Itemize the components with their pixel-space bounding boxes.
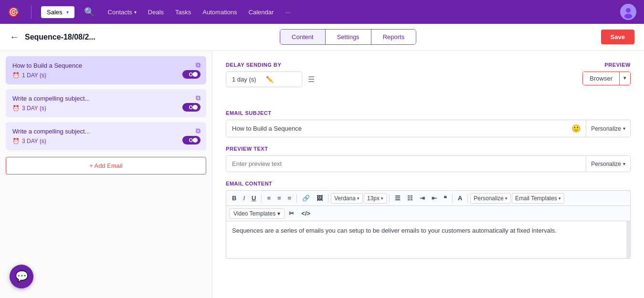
nav-divider [31, 5, 32, 19]
content-area: DELAY SENDING BY 1 day (s) ✏️ ☰ PREVIEW … [212, 51, 644, 298]
save-button[interactable]: Save [601, 30, 634, 44]
delay-label: DELAY SENDING BY [226, 62, 582, 68]
email-content-section: Email Content B I U ≡ ≡ ≡ 🔗 🖼 Verdana ▾ [226, 181, 631, 259]
card-2-day: ⏰ 3 DAY (s) [12, 105, 200, 112]
italic-button[interactable]: I [240, 193, 248, 204]
font-color-button[interactable]: A [455, 193, 465, 204]
chevron-down-icon: ▾ [623, 126, 625, 131]
email-templates-dropdown[interactable]: Email Templates ▾ [512, 193, 564, 204]
video-templates-button[interactable]: Video Templates ▾ [229, 208, 285, 219]
tab-settings[interactable]: Settings [326, 30, 371, 44]
card-2-title: Write a compelling subject... [12, 95, 200, 102]
nav-automations[interactable]: Automations [202, 9, 237, 16]
unordered-list-button[interactable]: ☰ [392, 193, 403, 204]
emoji-icon[interactable]: 🙂 [567, 120, 586, 137]
sales-dropdown-label: Sales [47, 9, 63, 16]
personalize-subject-button[interactable]: Personalize ▾ [586, 120, 630, 137]
card-1-toggle[interactable]: ON [182, 70, 201, 79]
back-button[interactable]: ← [10, 31, 19, 42]
preview-dropdown[interactable]: Browser ▾ [582, 72, 631, 85]
toolbar-divider [261, 194, 262, 203]
card-2-toggle[interactable]: ON [182, 103, 201, 112]
preview-browser-label[interactable]: Browser [583, 72, 619, 85]
card-3-toggle[interactable]: ON [182, 136, 201, 144]
ordered-list-button[interactable]: ☷ [404, 193, 416, 204]
add-email-button[interactable]: + Add Email [6, 157, 206, 175]
top-nav: 🎯 Sales ▾ 🔍 Contacts ▾ Deals Tasks Autom… [0, 0, 644, 24]
scrollbar[interactable] [626, 221, 630, 258]
font-dropdown[interactable]: Verdana ▾ [331, 193, 363, 204]
card-3-title: Write a compelling subject... [12, 128, 200, 135]
chevron-down-icon: ▾ [623, 161, 625, 166]
preview-text-label: Preview Text [226, 146, 631, 152]
sequence-card-3[interactable]: ⧉ Write a compelling subject... ⏰ 3 DAY … [6, 122, 206, 150]
cut-button[interactable]: ✂ [286, 208, 297, 219]
toolbar-divider-6 [467, 194, 468, 203]
svg-point-2 [624, 14, 632, 19]
email-subject-field-wrap: 🙂 Personalize ▾ [226, 120, 631, 137]
svg-point-1 [626, 8, 631, 13]
email-content-label: Email Content [226, 181, 631, 186]
preview-text-input[interactable] [226, 156, 586, 172]
nav-calendar[interactable]: Calendar [249, 9, 274, 16]
indent-button[interactable]: ⇥ [417, 193, 428, 204]
copy-icon[interactable]: ⧉ [196, 94, 201, 102]
blockquote-button[interactable]: ❝ [441, 193, 450, 204]
edit-icon[interactable]: ✏️ [266, 76, 296, 83]
editor-toolbar-2: Video Templates ▾ ✂ </> [226, 206, 631, 221]
preview-section: PREVIEW Browser ▾ [582, 62, 631, 85]
tab-group: Content Settings Reports [280, 29, 416, 45]
copy-icon[interactable]: ⧉ [196, 127, 201, 135]
align-right-button[interactable]: ≡ [285, 193, 295, 204]
email-subject-row: Email Subject 🙂 Personalize ▾ [226, 110, 631, 137]
tab-reports[interactable]: Reports [371, 30, 416, 44]
delay-value: 1 day (s) [232, 76, 262, 83]
chevron-down-icon: ▾ [134, 10, 137, 15]
search-icon[interactable]: 🔍 [84, 7, 95, 17]
personalize-preview-button[interactable]: Personalize ▾ [586, 156, 630, 172]
toolbar-divider-2 [296, 194, 297, 203]
outdent-button[interactable]: ⇤ [429, 193, 440, 204]
preview-chevron-icon[interactable]: ▾ [619, 72, 630, 85]
preview-label: PREVIEW [582, 62, 631, 68]
sequence-card-2[interactable]: ⧉ Write a compelling subject... ⏰ 3 DAY … [6, 89, 206, 117]
tab-content[interactable]: Content [280, 30, 326, 44]
subheader: ← Sequence-18/08/2... Content Settings R… [0, 24, 644, 51]
delay-input[interactable]: 1 day (s) ✏️ [226, 72, 302, 87]
nav-more[interactable]: ··· [285, 9, 290, 16]
chevron-down-icon: ▾ [559, 196, 561, 201]
copy-icon[interactable]: ⧉ [196, 61, 201, 69]
align-left-button[interactable]: ≡ [264, 193, 274, 204]
chevron-down-icon: ▾ [381, 196, 383, 201]
toolbar-divider-4 [389, 194, 390, 203]
nav-contacts[interactable]: Contacts ▾ [108, 9, 137, 16]
chevron-down-icon: ▾ [505, 196, 507, 201]
page-title: Sequence-18/08/2... [25, 33, 95, 41]
nav-deals[interactable]: Deals [148, 9, 164, 16]
sales-dropdown[interactable]: Sales ▾ [41, 6, 74, 18]
nav-links: Contacts ▾ Deals Tasks Automations Calen… [108, 9, 291, 16]
filter-icon[interactable]: ☰ [308, 75, 315, 84]
link-button[interactable]: 🔗 [299, 193, 313, 204]
chevron-down-icon: ▾ [66, 10, 69, 15]
chevron-down-icon: ▾ [357, 196, 359, 201]
preview-text-field-wrap: Personalize ▾ [226, 155, 631, 172]
code-button[interactable]: </> [298, 208, 313, 219]
nav-tasks[interactable]: Tasks [175, 9, 191, 16]
sequence-card-1[interactable]: ⧉ How to Build a Sequence ⏰ 1 DAY (s) ON [6, 56, 206, 84]
align-center-button[interactable]: ≡ [274, 193, 284, 204]
editor-body[interactable]: Sequences are a series of emails you can… [226, 221, 631, 259]
chat-button[interactable]: 💬 [10, 265, 33, 288]
image-button[interactable]: 🖼 [314, 193, 326, 204]
toolbar-divider-5 [452, 194, 453, 203]
card-3-day: ⏰ 3 DAY (s) [12, 138, 200, 144]
clock-icon: ⏰ [12, 138, 20, 144]
bold-button[interactable]: B [229, 193, 239, 204]
user-avatar[interactable] [620, 4, 636, 20]
email-subject-input[interactable] [226, 120, 567, 137]
clock-icon: ⏰ [12, 105, 20, 112]
personalize-toolbar-dropdown[interactable]: Personalize ▾ [470, 193, 511, 204]
size-dropdown[interactable]: 13px ▾ [364, 193, 387, 204]
underline-button[interactable]: U [249, 193, 259, 204]
editor-toolbar: B I U ≡ ≡ ≡ 🔗 🖼 Verdana ▾ 13px ▾ [226, 190, 631, 206]
